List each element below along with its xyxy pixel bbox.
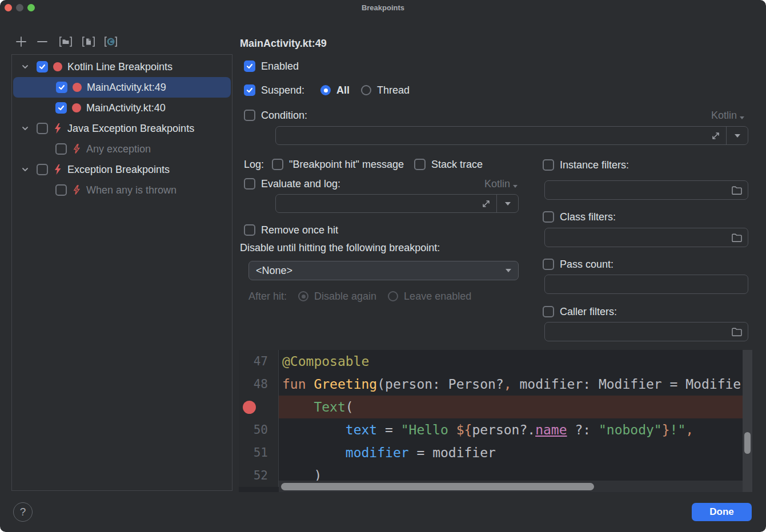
group-file-icon — [81, 35, 96, 49]
folder-icon[interactable] — [731, 186, 743, 195]
suspend-thread-label: Thread — [377, 84, 410, 96]
condition-history-dropdown[interactable] — [726, 127, 748, 144]
code-line: 50text = "Hello ${person?.name ?: "nobod… — [239, 418, 743, 441]
expand-icon[interactable] — [711, 131, 720, 140]
disable-again-radio[interactable] — [298, 291, 308, 301]
suspend-all-label: All — [336, 84, 350, 96]
evaluate-label: Evaluate and log: — [261, 178, 340, 190]
condition-checkbox[interactable] — [244, 110, 255, 121]
tree-item-any-exception[interactable]: Any exception — [13, 139, 231, 159]
class-filters-row: Class filters: — [543, 210, 616, 224]
enabled-label: Enabled — [261, 61, 299, 72]
tree-item-exception-breakpoints[interactable]: Exception Breakpoints — [13, 159, 231, 180]
evaluate-row: Evaluate and log: — [244, 177, 340, 191]
after-hit-row: After hit: Disable again Leave enabled — [248, 289, 471, 303]
vertical-scrollbar[interactable] — [743, 350, 752, 492]
chevron-down-icon — [505, 202, 511, 205]
chevron-down-icon — [506, 269, 511, 272]
tree-item-checkbox[interactable] — [56, 82, 67, 93]
language-dropdown-icon — [513, 185, 518, 188]
evaluate-checkbox[interactable] — [244, 178, 255, 190]
suspend-all-radio[interactable] — [320, 85, 331, 95]
check-icon — [58, 83, 66, 91]
instance-filters-row: Instance filters: — [543, 158, 629, 172]
done-button[interactable]: Done — [692, 503, 752, 521]
check-icon — [38, 63, 46, 71]
class-filters-checkbox[interactable] — [543, 211, 554, 223]
chevron-down-icon — [735, 134, 740, 138]
group-by-class-icon: C — [103, 35, 118, 49]
add-breakpoint-button[interactable] — [14, 35, 29, 49]
tree-item-checkbox[interactable] — [55, 102, 67, 114]
tree-item-mainactivity-kt-40[interactable]: MainActivity.kt:40 — [13, 98, 231, 118]
group-by-file-button[interactable] — [58, 35, 73, 49]
condition-row: Condition: — [244, 108, 307, 122]
move-to-group-button[interactable] — [81, 35, 96, 49]
tree-item-label: Any exception — [86, 143, 151, 155]
tree-item-label: MainActivity.kt:40 — [86, 102, 166, 114]
expand-chevron[interactable] — [21, 124, 30, 133]
remove-once-hit-row: Remove once hit — [244, 223, 338, 237]
disable-again-label: Disable again — [314, 291, 376, 303]
leave-enabled-radio[interactable] — [388, 291, 398, 301]
expand-icon[interactable] — [482, 199, 491, 208]
vertical-scrollbar-thumb[interactable] — [744, 432, 751, 454]
breakpoint-title: MainActivity.kt:49 — [240, 38, 327, 50]
enabled-checkbox[interactable] — [244, 61, 255, 72]
tree-item-checkbox[interactable] — [37, 123, 48, 134]
breakpoint-dot-icon — [72, 103, 81, 112]
disable-until-combobox[interactable]: <None> — [248, 261, 519, 280]
expand-chevron[interactable] — [21, 62, 30, 71]
caller-filters-checkbox[interactable] — [543, 306, 554, 317]
code-text: text = "Hello ${person?.name ?: "nobody"… — [279, 418, 743, 441]
remove-once-hit-checkbox[interactable] — [244, 224, 255, 236]
caller-filters-label: Caller filters: — [560, 306, 617, 318]
group-by-class-button[interactable]: C — [103, 35, 118, 49]
tree-item-checkbox[interactable] — [37, 61, 48, 72]
gutter-line-number: 50 — [239, 418, 279, 441]
remove-once-hit-label: Remove once hit — [261, 224, 338, 236]
code-line: 48fun Greeting(person: Person?, modifier… — [239, 373, 743, 396]
class-filters-input[interactable] — [544, 228, 748, 247]
pass-count-input[interactable] — [544, 275, 748, 294]
log-message-checkbox[interactable] — [272, 159, 283, 170]
log-row: Log: "Breakpoint hit" message Stack trac… — [244, 158, 483, 171]
condition-language-label: Kotlin — [711, 110, 737, 122]
folder-icon[interactable] — [731, 327, 743, 337]
condition-language-selector[interactable]: Kotlin — [711, 108, 744, 122]
suspend-checkbox[interactable] — [244, 84, 255, 96]
evaluate-language-selector[interactable]: Kotlin — [484, 177, 518, 191]
breakpoint-dot-icon[interactable] — [243, 401, 256, 414]
evaluate-input[interactable] — [275, 194, 519, 213]
gutter-breakpoint[interactable] — [239, 396, 279, 418]
gutter-line-number: 48 — [239, 373, 279, 396]
tree-item-when-any-is-thrown[interactable]: When any is thrown — [13, 180, 231, 200]
folder-icon[interactable] — [731, 233, 743, 243]
tree-item-kotlin-line-breakpoints[interactable]: Kotlin Line Breakpoints — [13, 57, 231, 77]
language-dropdown-icon — [740, 116, 744, 119]
tree-item-mainactivity-kt-49[interactable]: MainActivity.kt:49 — [13, 77, 231, 98]
tree-item-label: Exception Breakpoints — [67, 164, 170, 176]
tree-item-java-exception-breakpoints[interactable]: Java Exception Breakpoints — [13, 118, 231, 139]
horizontal-scrollbar-thumb[interactable] — [281, 483, 594, 490]
tree-item-label: Java Exception Breakpoints — [67, 123, 194, 135]
instance-filters-input[interactable] — [544, 180, 748, 200]
exception-bolt-icon — [53, 164, 62, 175]
tree-item-checkbox[interactable] — [55, 143, 67, 155]
class-filters-label: Class filters: — [560, 211, 616, 223]
caller-filters-input[interactable] — [544, 322, 748, 341]
remove-breakpoint-button[interactable] — [35, 35, 50, 49]
pass-count-checkbox[interactable] — [543, 259, 554, 270]
instance-filters-checkbox[interactable] — [543, 159, 554, 171]
check-icon — [246, 62, 254, 70]
help-button[interactable]: ? — [13, 502, 33, 522]
horizontal-scrollbar[interactable] — [279, 481, 743, 492]
tree-item-checkbox[interactable] — [55, 184, 67, 196]
stack-trace-checkbox[interactable] — [414, 159, 426, 170]
evaluate-history-dropdown[interactable] — [496, 195, 518, 212]
disable-until-value: <None> — [256, 265, 292, 277]
condition-input[interactable] — [275, 126, 748, 145]
tree-item-checkbox[interactable] — [37, 164, 48, 175]
expand-chevron[interactable] — [21, 165, 30, 174]
suspend-thread-radio[interactable] — [361, 85, 371, 95]
